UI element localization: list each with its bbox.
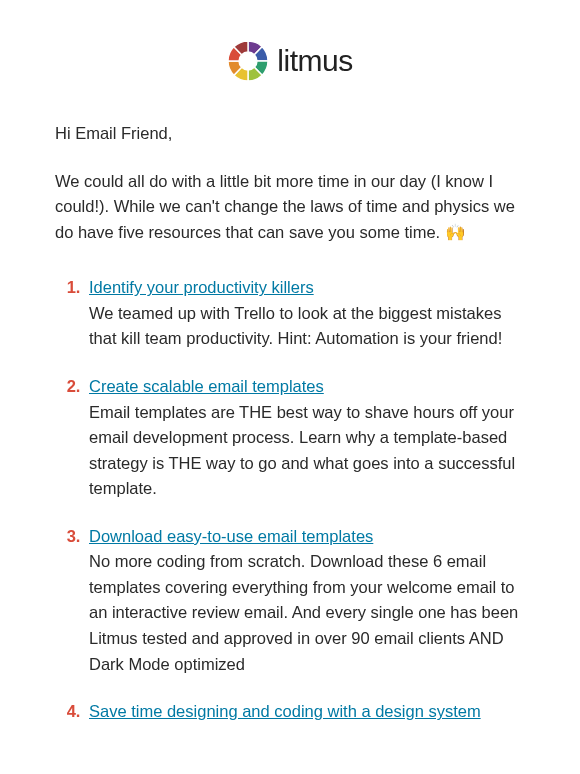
list-item-link[interactable]: Identify your productivity killers bbox=[89, 278, 314, 296]
list-item-link[interactable]: Save time designing and coding with a de… bbox=[89, 702, 481, 720]
brand-name: litmus bbox=[277, 44, 352, 78]
intro-paragraph: We could all do with a little bit more t… bbox=[55, 169, 525, 246]
list-item-body: No more coding from scratch. Download th… bbox=[89, 549, 525, 677]
resource-list: Identify your productivity killers We te… bbox=[55, 275, 525, 724]
header: litmus bbox=[0, 0, 580, 96]
content: Hi Email Friend, We could all do with a … bbox=[0, 96, 580, 725]
list-item-body: We teamed up with Trello to look at the … bbox=[89, 301, 525, 352]
list-item: Identify your productivity killers We te… bbox=[85, 275, 525, 352]
brand-logo: litmus bbox=[227, 40, 352, 82]
list-item-body: Email templates are THE best way to shav… bbox=[89, 400, 525, 502]
email-body: litmus Hi Email Friend, We could all do … bbox=[0, 0, 580, 774]
list-item-link[interactable]: Download easy-to-use email templates bbox=[89, 527, 373, 545]
list-item-link[interactable]: Create scalable email templates bbox=[89, 377, 324, 395]
greeting: Hi Email Friend, bbox=[55, 121, 525, 147]
list-item: Download easy-to-use email templates No … bbox=[85, 524, 525, 677]
list-item: Create scalable email templates Email te… bbox=[85, 374, 525, 502]
list-item: Save time designing and coding with a de… bbox=[85, 699, 525, 725]
logo-icon bbox=[227, 40, 269, 82]
